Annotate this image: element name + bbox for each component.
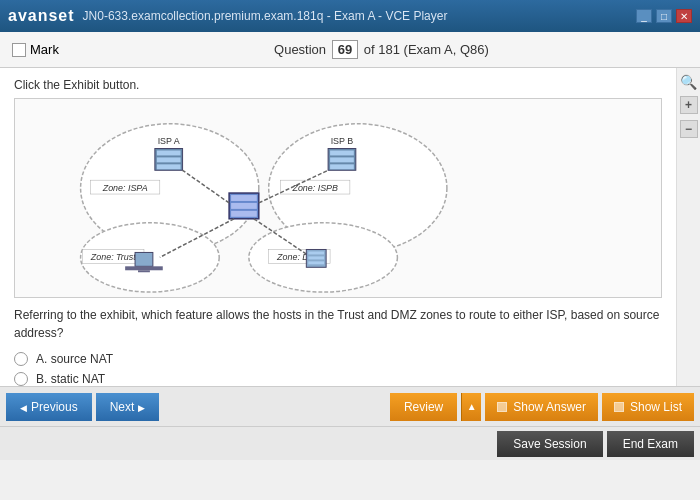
maximize-button[interactable]: □: [656, 9, 672, 23]
window-controls: _ □ ✕: [636, 9, 692, 23]
title-bar: avanset JN0-633.examcollection.premium.e…: [0, 0, 700, 32]
radio-a[interactable]: [14, 352, 28, 366]
svg-rect-15: [157, 164, 181, 169]
question-info: Question 69 of 181 (Exam A, Q86): [75, 40, 688, 59]
save-session-button[interactable]: Save Session: [497, 431, 602, 457]
next-label: Next: [110, 400, 135, 414]
show-list-label: Show List: [630, 400, 682, 414]
logo: avanset: [8, 7, 75, 25]
right-toolbar: 🔍 + −: [676, 68, 700, 386]
answer-option-a[interactable]: A. source NAT: [14, 352, 662, 366]
review-label: Review: [404, 400, 443, 414]
svg-text:Zone: ISPA: Zone: ISPA: [102, 183, 148, 193]
zoom-in-button[interactable]: +: [680, 96, 698, 114]
svg-rect-23: [231, 195, 257, 201]
question-label: Question: [274, 42, 326, 57]
svg-rect-35: [308, 256, 324, 259]
radio-b[interactable]: [14, 372, 28, 386]
search-icon[interactable]: 🔍: [680, 74, 697, 90]
question-text: Referring to the exhibit, which feature …: [14, 306, 662, 342]
logo-accent: avan: [8, 7, 48, 24]
svg-rect-20: [330, 164, 354, 169]
review-button[interactable]: Review: [390, 393, 457, 421]
previous-button[interactable]: Previous: [6, 393, 92, 421]
exhibit-label: Click the Exhibit button.: [14, 78, 662, 92]
svg-rect-34: [308, 251, 324, 254]
answer-label-b: B. static NAT: [36, 372, 105, 386]
review-dropdown-button[interactable]: ▲: [461, 393, 481, 421]
question-area: Click the Exhibit button. Zone: ISPA Zon…: [0, 68, 676, 386]
svg-rect-18: [330, 150, 354, 155]
main-content: Click the Exhibit button. Zone: ISPA Zon…: [0, 68, 700, 386]
network-diagram: Zone: ISPA Zone: ISPB Zone: Trust Zone: …: [15, 99, 661, 297]
svg-rect-24: [231, 203, 257, 209]
mark-label: Mark: [30, 42, 59, 57]
zoom-out-button[interactable]: −: [680, 120, 698, 138]
svg-text:Zone: Trust: Zone: Trust: [90, 252, 136, 262]
mark-checkbox[interactable]: [12, 43, 26, 57]
svg-rect-19: [330, 157, 354, 162]
show-answer-button[interactable]: Show Answer: [485, 393, 598, 421]
show-answer-icon: [497, 402, 507, 412]
bottom-nav: Previous Next Review ▲ Show Answer Show …: [0, 386, 700, 426]
show-list-icon: [614, 402, 624, 412]
svg-rect-13: [157, 150, 181, 155]
exhibit-area: Zone: ISPA Zone: ISPB Zone: Trust Zone: …: [14, 98, 662, 298]
next-arrow-icon: [138, 400, 145, 414]
next-button[interactable]: Next: [96, 393, 160, 421]
question-header: Mark Question 69 of 181 (Exam A, Q86): [0, 32, 700, 68]
answer-label-a: A. source NAT: [36, 352, 113, 366]
logo-main: set: [48, 7, 74, 24]
answer-option-b[interactable]: B. static NAT: [14, 372, 662, 386]
svg-rect-31: [125, 266, 163, 270]
svg-rect-14: [157, 157, 181, 162]
minimize-button[interactable]: _: [636, 9, 652, 23]
svg-rect-30: [135, 252, 153, 266]
mark-checkbox-area[interactable]: Mark: [12, 42, 59, 57]
show-list-button[interactable]: Show List: [602, 393, 694, 421]
svg-rect-36: [308, 261, 324, 264]
svg-rect-25: [231, 211, 257, 217]
show-answer-label: Show Answer: [513, 400, 586, 414]
svg-text:ISP B: ISP B: [331, 136, 354, 146]
end-exam-button[interactable]: End Exam: [607, 431, 694, 457]
question-total: of 181 (Exam A, Q86): [364, 42, 489, 57]
window-title: JN0-633.examcollection.premium.exam.181q…: [83, 9, 448, 23]
question-number: 69: [332, 40, 358, 59]
svg-rect-32: [138, 270, 150, 272]
action-bar: Save Session End Exam: [0, 426, 700, 460]
previous-label: Previous: [31, 400, 78, 414]
previous-arrow-icon: [20, 400, 27, 414]
title-bar-left: avanset JN0-633.examcollection.premium.e…: [8, 7, 447, 25]
close-button[interactable]: ✕: [676, 9, 692, 23]
svg-text:ISP A: ISP A: [158, 136, 180, 146]
